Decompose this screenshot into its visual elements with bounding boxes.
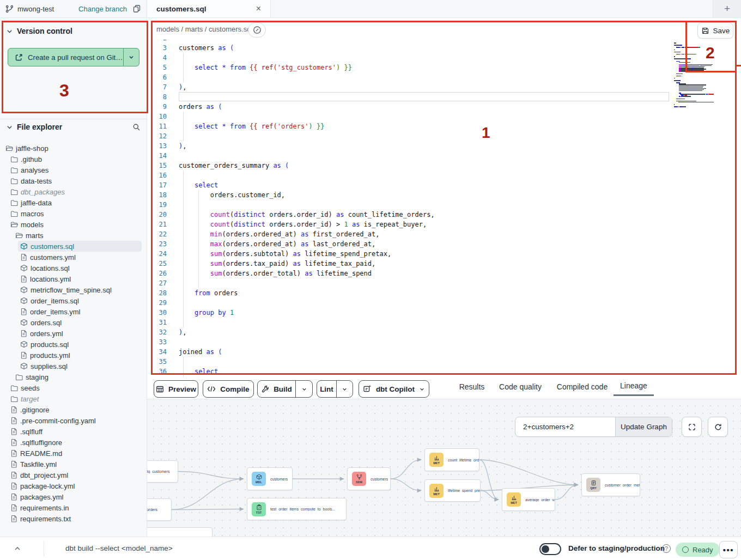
tree-item-packages.yml[interactable]: packages.yml: [0, 491, 147, 502]
folder-icon: [10, 178, 18, 185]
editor-line-17: 17 select: [147, 180, 741, 190]
tree-item-marts[interactable]: marts: [0, 230, 147, 241]
change-branch-link[interactable]: Change branch: [78, 5, 127, 13]
build-dropdown[interactable]: [295, 381, 312, 397]
chevron-down-icon: [342, 386, 348, 392]
folder-open-icon: [5, 145, 13, 152]
tree-item-package-lock.yml[interactable]: package-lock.yml: [0, 480, 147, 491]
tab-compiled-code[interactable]: Compiled code: [551, 377, 614, 396]
more-options-button[interactable]: •••: [719, 541, 738, 558]
folder-icon: [10, 156, 18, 163]
tree-item-analyses[interactable]: analyses: [0, 165, 147, 175]
defer-toggle[interactable]: [539, 543, 561, 555]
tree-item-models[interactable]: models: [0, 219, 147, 230]
tree-item-jaffle-data[interactable]: jaffle-data: [0, 197, 147, 208]
tree-item-metricflow_time_spine.sql[interactable]: metricflow_time_spine.sql: [0, 284, 147, 295]
tree-item-.pre-commit-config.yaml[interactable]: .pre-commit-config.yaml: [0, 415, 147, 426]
refresh-button[interactable]: [708, 417, 728, 437]
preview-button[interactable]: Preview: [154, 380, 198, 398]
code-editor[interactable]: 1with23customers as (45 select * from {{…: [147, 40, 741, 377]
editor-line-3: 3customers as (: [147, 43, 741, 53]
lineage-node-lifetime_spend_pretax[interactable]: METlifetime_spend_pretax: [424, 479, 481, 502]
lineage-node-stg_customers[interactable]: MDLstg_customers: [147, 460, 178, 483]
version-control-header[interactable]: Version control: [7, 27, 72, 35]
defer-label: Defer to staging/production: [568, 544, 665, 552]
lineage-node-customers_mdl[interactable]: MDLcustomers: [247, 467, 293, 490]
tree-item-orders.yml[interactable]: orders.yml: [0, 328, 147, 339]
sidebar-divider: [0, 119, 147, 119]
tree-item-order_items.sql[interactable]: order_items.sql: [0, 295, 147, 306]
lineage-search-input[interactable]: [515, 417, 615, 436]
tree-item-macros[interactable]: macros: [0, 208, 147, 219]
tree-item-README.md[interactable]: README.md: [0, 448, 147, 459]
tab-code-quality[interactable]: Code quality: [492, 377, 549, 396]
help-icon[interactable]: ?: [662, 544, 671, 553]
lint-label: Lint: [320, 385, 333, 393]
model-icon: [20, 264, 28, 272]
compile-button[interactable]: Compile: [203, 380, 254, 398]
tab-results[interactable]: Results: [453, 377, 491, 396]
tree-item-locations.yml[interactable]: locations.yml: [0, 273, 147, 284]
active-line-highlight: [179, 92, 669, 101]
tree-item-staging[interactable]: staging: [0, 372, 147, 382]
tree-item-products.yml[interactable]: products.yml: [0, 350, 147, 361]
lineage-node-customer_order_metrics[interactable]: QRYcustomer_order_metrics: [581, 473, 640, 496]
update-graph-button[interactable]: Update Graph: [615, 417, 672, 436]
save-icon: [701, 27, 709, 35]
lint-dropdown[interactable]: [336, 381, 353, 397]
tree-item-seeds[interactable]: seeds: [0, 382, 147, 393]
create-pr-dropdown[interactable]: [123, 48, 139, 66]
tree-item-Taskfile.yml[interactable]: Taskfile.yml: [0, 459, 147, 470]
tab-close-icon[interactable]: ×: [256, 4, 261, 13]
node-badge-MET: MET: [429, 484, 444, 498]
tree-item-dbt_project.yml[interactable]: dbt_project.yml: [0, 470, 147, 480]
tree-item-.gitignore[interactable]: .gitignore: [0, 404, 147, 415]
save-button[interactable]: Save: [697, 22, 733, 39]
tree-item-order_items.yml[interactable]: order_items.yml: [0, 306, 147, 317]
lineage-node-count_lifetime_orders[interactable]: METcount_lifetime_orders: [424, 448, 479, 471]
tree-item-customers.sql[interactable]: customers.sql: [0, 241, 147, 252]
create-pr-label: Create a pull request on Git…: [28, 53, 123, 62]
node-label: stg_orders: [147, 508, 157, 512]
dbt-copilot-button[interactable]: dbt Copilot: [359, 380, 429, 398]
build-button[interactable]: Build: [258, 381, 295, 397]
node-badge-MDL: MDL: [252, 472, 266, 486]
lineage-node-test_order_items[interactable]: TSTtest_order_items_compute_to_bools...: [247, 498, 347, 520]
tree-item-.sqlfluff[interactable]: .sqlfluff: [0, 426, 147, 437]
model-icon: [20, 242, 28, 250]
tree-item-locations.sql[interactable]: locations.sql: [0, 263, 147, 273]
tab-customers-sql[interactable]: customers.sql ×: [147, 0, 271, 17]
insights-button[interactable]: [248, 22, 266, 38]
new-tab-button[interactable]: +: [713, 0, 741, 17]
tree-item-target[interactable]: target: [0, 393, 147, 404]
tree-item-requirements.in[interactable]: requirements.in: [0, 502, 147, 513]
tree-item-orders.sql[interactable]: orders.sql: [0, 317, 147, 328]
lineage-node-customers_sem[interactable]: SEMcustomers: [347, 467, 391, 490]
search-icon[interactable]: [132, 123, 141, 131]
branch-name: mwong-test: [17, 5, 54, 13]
chevron-up-icon[interactable]: [14, 545, 21, 552]
fullscreen-button[interactable]: [682, 417, 702, 437]
lint-button[interactable]: Lint: [317, 381, 336, 397]
lineage-node-average_order_value[interactable]: METaverage_order_value: [502, 488, 555, 511]
create-pr-button[interactable]: Create a pull request on Git…: [8, 48, 139, 66]
tree-item-customers.yml[interactable]: customers.yml: [0, 252, 147, 263]
tree-item-supplies.sql[interactable]: supplies.sql: [0, 361, 147, 372]
create-pr-main[interactable]: Create a pull request on Git…: [8, 48, 123, 66]
tab-lineage[interactable]: Lineage: [614, 377, 654, 396]
tree-item-.github[interactable]: .github: [0, 154, 147, 165]
node-label: lifetime_spend_pretax: [448, 489, 480, 492]
lineage-node-cut_node[interactable]: [147, 527, 212, 537]
node-label: count_lifetime_orders: [448, 458, 479, 462]
tree-item-.sqlfluffignore[interactable]: .sqlfluffignore: [0, 437, 147, 448]
tree-item-data-tests[interactable]: data-tests: [0, 175, 147, 186]
lineage-node-stg_orders[interactable]: MDLstg_orders: [147, 498, 172, 521]
tree-item-requirements.txt[interactable]: requirements.txt: [0, 513, 147, 524]
tree-item-dbt_packages[interactable]: dbt_packages: [0, 186, 147, 197]
file-explorer-title: File explorer: [17, 123, 62, 131]
copy-icon[interactable]: [132, 4, 141, 13]
editor-line-35: 35: [147, 357, 741, 367]
tree-item-products.sql[interactable]: products.sql: [0, 339, 147, 350]
file-explorer-header[interactable]: File explorer: [7, 123, 141, 131]
tree-item-jaffle-shop[interactable]: jaffle-shop: [0, 143, 147, 154]
